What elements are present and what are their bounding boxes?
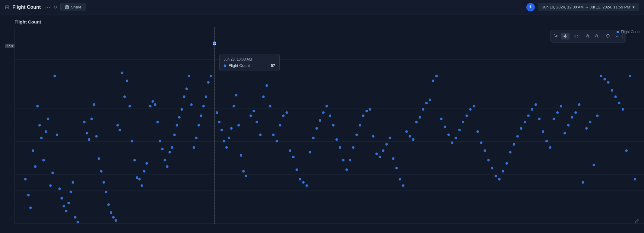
svg-point-98 <box>269 105 271 107</box>
svg-point-196 <box>611 89 613 91</box>
svg-point-162 <box>487 159 490 161</box>
toolbar-sep-1 <box>571 33 571 39</box>
crosshair-tool-button[interactable] <box>561 33 569 39</box>
svg-point-87 <box>235 94 237 96</box>
svg-point-156 <box>465 115 468 117</box>
svg-point-8 <box>40 137 43 139</box>
svg-point-39 <box>116 124 119 126</box>
svg-point-160 <box>480 141 482 144</box>
svg-point-155 <box>462 121 464 123</box>
svg-point-191 <box>593 164 595 166</box>
svg-point-115 <box>325 105 328 107</box>
svg-point-69 <box>190 103 193 106</box>
svg-point-175 <box>535 103 537 106</box>
svg-point-149 <box>440 118 443 120</box>
svg-point-55 <box>156 121 159 123</box>
tooltip-value: 57 <box>271 63 275 68</box>
cursor-tool-button[interactable] <box>552 33 560 39</box>
svg-point-125 <box>359 124 361 126</box>
svg-point-108 <box>302 181 305 184</box>
svg-point-29 <box>93 103 95 106</box>
svg-point-2 <box>27 194 30 196</box>
svg-point-179 <box>549 146 551 149</box>
svg-point-83 <box>225 146 228 149</box>
svg-point-163 <box>491 167 493 169</box>
svg-point-128 <box>369 108 371 111</box>
svg-point-202 <box>634 178 636 180</box>
refresh-icon[interactable]: ↻ <box>53 5 57 10</box>
svg-point-92 <box>249 115 252 117</box>
svg-point-50 <box>143 170 145 172</box>
share-button[interactable]: Share <box>60 3 86 11</box>
svg-point-153 <box>455 137 457 139</box>
svg-point-60 <box>168 151 171 153</box>
svg-point-14 <box>53 75 56 77</box>
svg-point-9 <box>42 159 45 161</box>
svg-point-166 <box>502 170 504 172</box>
svg-point-89 <box>240 154 242 156</box>
scatter-plot <box>15 27 644 224</box>
toolbar-sep-2 <box>582 33 582 39</box>
zoom-out-button[interactable] <box>592 33 601 39</box>
zoom-in-button[interactable] <box>583 33 592 39</box>
svg-point-73 <box>200 115 202 117</box>
svg-point-192 <box>596 115 599 117</box>
chevron-down-icon: ▾ <box>633 5 635 9</box>
panel-icon[interactable]: ⊞ <box>5 4 9 11</box>
add-panel-button[interactable]: + <box>526 3 535 11</box>
svg-line-207 <box>588 37 589 38</box>
svg-point-70 <box>193 146 195 149</box>
chart-container: Flight Count 57.4 60 55 <box>0 14 644 233</box>
svg-point-178 <box>545 140 548 142</box>
svg-point-119 <box>339 146 341 149</box>
chart-title: Flight Count <box>0 18 644 24</box>
svg-point-187 <box>578 103 580 106</box>
svg-point-63 <box>176 124 178 126</box>
svg-point-104 <box>289 150 291 152</box>
svg-point-190 <box>589 121 591 123</box>
svg-point-20 <box>68 202 70 204</box>
date-range-button[interactable]: Jun 10, 2024, 12:00 AM → Jul 12, 2024, 1… <box>538 3 639 11</box>
svg-point-59 <box>166 165 168 168</box>
svg-point-185 <box>571 116 573 118</box>
svg-point-57 <box>161 148 163 150</box>
svg-point-151 <box>447 134 450 136</box>
svg-point-193 <box>600 75 602 77</box>
undo-button[interactable] <box>604 33 612 39</box>
svg-point-201 <box>629 75 631 77</box>
svg-point-75 <box>205 95 207 98</box>
svg-point-76 <box>207 81 210 83</box>
legend-dot <box>617 31 619 33</box>
svg-point-136 <box>395 167 398 169</box>
svg-point-51 <box>145 162 148 165</box>
svg-point-121 <box>345 168 348 171</box>
code-view-button[interactable] <box>572 33 581 39</box>
tooltip-dot <box>224 65 226 67</box>
plot-area[interactable]: 60 55 50 45 40 35 30 25 20 15 10 5 0 <box>14 27 644 224</box>
svg-point-84 <box>228 137 230 139</box>
svg-point-144 <box>422 108 424 111</box>
svg-point-184 <box>567 124 569 126</box>
svg-point-135 <box>392 157 395 160</box>
svg-point-30 <box>95 135 98 137</box>
toolbar-sep-4 <box>622 33 623 39</box>
svg-point-182 <box>560 105 562 107</box>
svg-point-171 <box>520 127 522 130</box>
svg-point-147 <box>432 80 434 82</box>
svg-point-16 <box>58 187 61 190</box>
svg-point-13 <box>51 172 54 174</box>
svg-point-158 <box>473 105 475 107</box>
svg-point-169 <box>513 143 515 145</box>
svg-point-102 <box>282 115 285 117</box>
svg-point-44 <box>128 105 131 107</box>
edit-icon[interactable] <box>634 219 639 225</box>
svg-point-54 <box>154 103 156 106</box>
svg-point-28 <box>90 118 93 120</box>
svg-point-49 <box>141 184 143 187</box>
svg-line-213 <box>637 220 638 221</box>
tooltip-row: Flight Count 57 <box>224 63 275 68</box>
svg-point-37 <box>112 216 115 219</box>
legend-label: Flight Count <box>621 30 640 34</box>
more-options-icon[interactable]: ⋯ <box>45 4 50 11</box>
svg-point-56 <box>159 140 161 142</box>
